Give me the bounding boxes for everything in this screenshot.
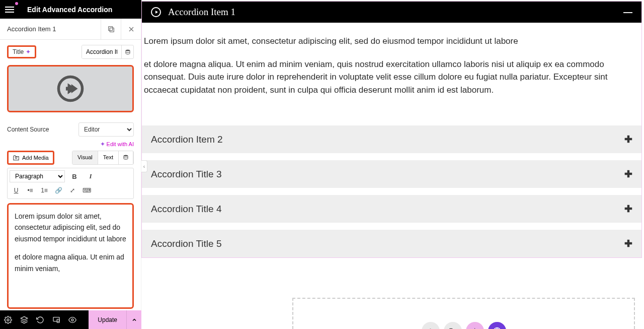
expand-icon: ✚ (624, 168, 632, 180)
add-media-button[interactable]: Add Media (7, 151, 54, 165)
keyboard-shortcuts-button[interactable]: ⌨ (80, 184, 93, 196)
content-source-select[interactable]: Editor (78, 122, 134, 137)
ai-sparkle-icon[interactable]: ✦ (26, 48, 31, 55)
fullscreen-button[interactable]: ⤢ (66, 184, 79, 196)
content-source-label: Content Source (7, 126, 49, 133)
visual-tab[interactable]: Visual (72, 151, 98, 164)
preview-area: Accordion Item 1 — Lorem ipsum dolor sit… (141, 0, 644, 329)
editor-title: Edit Advanced Accordion (27, 6, 112, 14)
content-editor[interactable]: Lorem ipsum dolor sit amet, consectetur … (7, 203, 134, 309)
expand-icon: ✚ (624, 203, 632, 215)
edit-with-ai-link[interactable]: ✦ Edit with AI (7, 141, 134, 148)
accordion-open-body: Lorem ipsum dolor sit amet, consectetur … (142, 23, 641, 118)
svg-point-10 (124, 155, 128, 157)
svg-marker-12 (21, 316, 27, 320)
title-input[interactable] (82, 45, 121, 58)
add-section-plus-icon[interactable]: + (422, 322, 440, 329)
underline-button[interactable]: U (10, 184, 23, 196)
notification-dot (15, 2, 18, 5)
bullet-list-button[interactable]: •≡ (24, 184, 37, 196)
svg-point-11 (7, 319, 9, 321)
svg-rect-7 (66, 87, 72, 90)
accordion-open-title: Accordion Item 1 (168, 7, 235, 18)
accordion-item-header: Accordion Item 1 (0, 19, 141, 40)
panel-collapse-handle[interactable]: ‹ (141, 160, 147, 172)
svg-rect-1 (108, 26, 112, 30)
accordion-open-header[interactable]: Accordion Item 1 — (142, 2, 641, 23)
svg-rect-0 (110, 28, 114, 32)
link-button[interactable]: 🔗 (52, 184, 65, 196)
update-button[interactable]: Update (89, 310, 126, 329)
duplicate-icon[interactable] (101, 19, 121, 40)
dynamic-tags-icon[interactable] (121, 45, 133, 58)
settings-icon[interactable] (0, 310, 16, 329)
accordion-item[interactable]: Accordion Title 4✚ (142, 195, 641, 223)
responsive-icon[interactable] (48, 310, 64, 329)
menu-icon[interactable] (5, 4, 17, 16)
ai-section-icon[interactable]: ✦ (466, 322, 484, 329)
image-chooser[interactable] (7, 65, 134, 112)
title-field-label: Title ✦ (7, 45, 36, 58)
paragraph-format-select[interactable]: Paragraph (10, 170, 65, 182)
expand-icon: ✚ (624, 134, 632, 145)
text-tab[interactable]: Text (98, 151, 119, 164)
svg-point-15 (71, 319, 73, 321)
history-icon[interactable] (32, 310, 48, 329)
svg-marker-8 (71, 84, 78, 93)
bottom-bar: Update (0, 310, 141, 329)
add-template-folder-icon[interactable] (444, 322, 462, 329)
numbered-list-button[interactable]: 1≡ (38, 184, 51, 196)
left-panel: Accordion Item 1 Title ✦ Content Sour (0, 19, 141, 310)
arrow-circle-icon (151, 7, 161, 17)
italic-button[interactable]: I (84, 170, 97, 182)
accordion-item[interactable]: Accordion Title 3✚ (142, 160, 641, 188)
accordion-item[interactable]: Accordion Title 5✚ (142, 230, 641, 257)
bold-button[interactable]: B (68, 170, 81, 182)
preview-icon[interactable] (64, 310, 80, 329)
update-options-chevron-icon[interactable] (126, 310, 141, 329)
svg-point-9 (15, 157, 17, 159)
globals-icon[interactable] (488, 322, 506, 329)
format-toolbar: Paragraph B I U •≡ 1≡ 🔗 ⤢ ⌨ (7, 168, 134, 199)
dynamic-tags-editor-icon[interactable] (119, 151, 133, 164)
add-section-area[interactable]: + ✦ (292, 298, 635, 329)
accordion-item[interactable]: Accordion Item 2✚ (142, 125, 641, 153)
expand-icon: ✚ (624, 238, 632, 249)
close-icon[interactable] (121, 19, 141, 40)
accordion-item-label[interactable]: Accordion Item 1 (0, 25, 101, 33)
navigator-icon[interactable] (16, 310, 32, 329)
collapse-icon[interactable]: — (623, 7, 632, 18)
svg-point-4 (126, 50, 130, 51)
